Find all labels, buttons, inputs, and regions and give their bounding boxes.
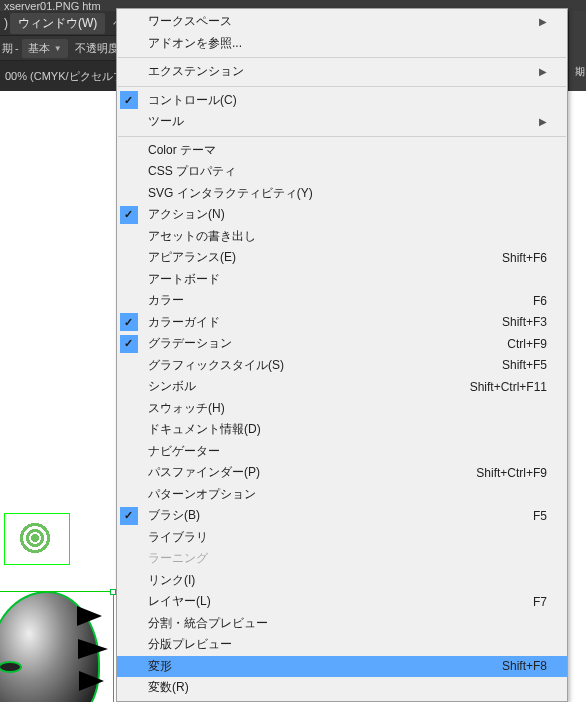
menu-item-tools[interactable]: ツール ▶ <box>117 111 567 133</box>
menu-item-actions[interactable]: アクション(N) <box>117 204 567 226</box>
menu-item-flattener-preview[interactable]: 分割・統合プレビュー <box>117 613 567 635</box>
menubar-window[interactable]: ウィンドウ(W) <box>10 13 105 34</box>
menu-item-links[interactable]: リンク(I) <box>117 570 567 592</box>
menu-item-browse-addons[interactable]: アドオンを参照... <box>117 33 567 55</box>
check-icon <box>120 313 138 331</box>
right-panel-tab[interactable]: 期 <box>568 11 586 101</box>
menu-item-color[interactable]: カラー F6 <box>117 290 567 312</box>
menu-item-pattern-options[interactable]: パターンオプション <box>117 484 567 506</box>
menu-item-variables[interactable]: 変数(R) <box>117 677 567 699</box>
submenu-arrow-icon: ▶ <box>535 66 547 77</box>
toolbar-left-fragment: 期 <box>2 41 13 56</box>
menu-item-graphic-styles[interactable]: グラフィックスタイル(S) Shift+F5 <box>117 355 567 377</box>
menu-item-control[interactable]: コントロール(C) <box>117 90 567 112</box>
toolbar-basics-dropdown[interactable]: 基本▼ <box>22 39 68 58</box>
check-icon <box>120 206 138 224</box>
menu-item-navigator[interactable]: ナビゲーター <box>117 441 567 463</box>
menu-item-asset-export[interactable]: アセットの書き出し <box>117 226 567 248</box>
menu-item-brushes[interactable]: ブラシ(B) F5 <box>117 505 567 527</box>
menu-item-layers[interactable]: レイヤー(L) F7 <box>117 591 567 613</box>
check-icon <box>120 335 138 353</box>
menu-item-document-info[interactable]: ドキュメント情報(D) <box>117 419 567 441</box>
selection-box[interactable] <box>0 591 114 702</box>
submenu-arrow-icon: ▶ <box>535 16 547 27</box>
menu-item-transform[interactable]: 変形 Shift+F8 <box>117 656 567 678</box>
menu-item-extensions[interactable]: エクステンション ▶ <box>117 61 567 83</box>
menu-item-color-guide[interactable]: カラーガイド Shift+F3 <box>117 312 567 334</box>
menu-item-swatches[interactable]: スウォッチ(H) <box>117 398 567 420</box>
menu-separator <box>118 136 566 137</box>
menu-item-symbols[interactable]: シンボル Shift+Ctrl+F11 <box>117 376 567 398</box>
menu-item-workspace[interactable]: ワークスペース ▶ <box>117 11 567 33</box>
spiral-icon <box>13 519 57 557</box>
menu-item-libraries[interactable]: ライブラリ <box>117 527 567 549</box>
menu-separator <box>118 57 566 58</box>
check-icon <box>120 507 138 525</box>
menu-item-appearance[interactable]: アピアランス(E) Shift+F6 <box>117 247 567 269</box>
submenu-arrow-icon: ▶ <box>535 116 547 127</box>
menu-item-pathfinder[interactable]: パスファインダー(P) Shift+Ctrl+F9 <box>117 462 567 484</box>
menu-item-gradient[interactable]: グラデーション Ctrl+F9 <box>117 333 567 355</box>
check-icon <box>120 91 138 109</box>
menu-item-svg-interactivity[interactable]: SVG インタラクティビティ(Y) <box>117 183 567 205</box>
menu-item-learning: ラーニング <box>117 548 567 570</box>
artwork-character[interactable] <box>0 571 100 702</box>
menu-separator <box>118 86 566 87</box>
menu-item-css-properties[interactable]: CSS プロパティ <box>117 161 567 183</box>
chevron-down-icon: ▼ <box>54 44 62 53</box>
menu-item-separations-preview[interactable]: 分版プレビュー <box>117 634 567 656</box>
menu-item-artboards[interactable]: アートボード <box>117 269 567 291</box>
menu-item-color-theme[interactable]: Color テーマ <box>117 140 567 162</box>
window-menu: ワークスペース ▶ アドオンを参照... エクステンション ▶ コントロール(C… <box>116 8 568 702</box>
